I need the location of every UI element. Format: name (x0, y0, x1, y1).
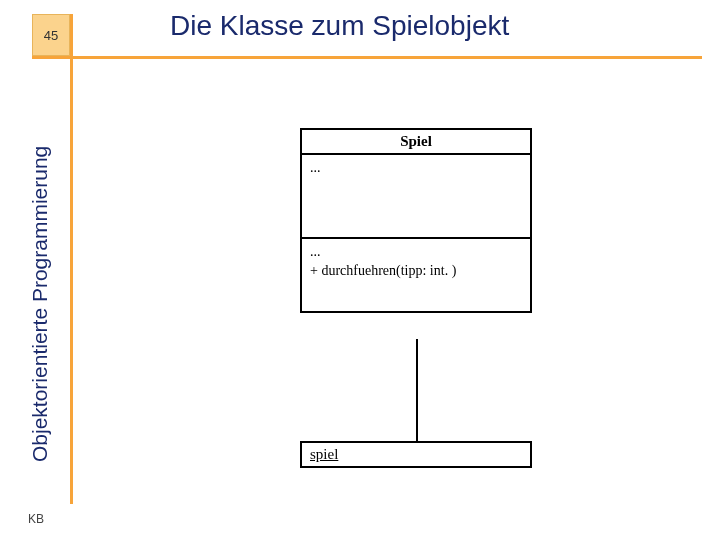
slide-title: Die Klasse zum Spielobjekt (170, 10, 509, 42)
uml-class-name: Spiel (302, 130, 530, 155)
uml-op-ellipsis: ... (310, 243, 522, 262)
uml-object-box: spiel (300, 441, 532, 468)
divider-vertical (70, 14, 73, 504)
slide: 45 Die Klasse zum Spielobjekt Objektorie… (0, 0, 720, 540)
uml-operations: ... + durchfuehren(tipp: int. ) (302, 239, 530, 311)
uml-association-line (416, 339, 418, 443)
side-label: Objektorientierte Programmierung (28, 146, 52, 462)
slide-number: 45 (44, 28, 58, 43)
slide-number-box: 45 (32, 14, 70, 56)
slide-footer: KB (28, 512, 44, 526)
uml-attributes: ... (302, 155, 530, 239)
uml-object-name: spiel (310, 446, 338, 462)
divider-horizontal (32, 56, 702, 59)
uml-class-box: Spiel ... ... + durchfuehren(tipp: int. … (300, 128, 532, 313)
uml-op-durchfuehren: + durchfuehren(tipp: int. ) (310, 262, 522, 281)
